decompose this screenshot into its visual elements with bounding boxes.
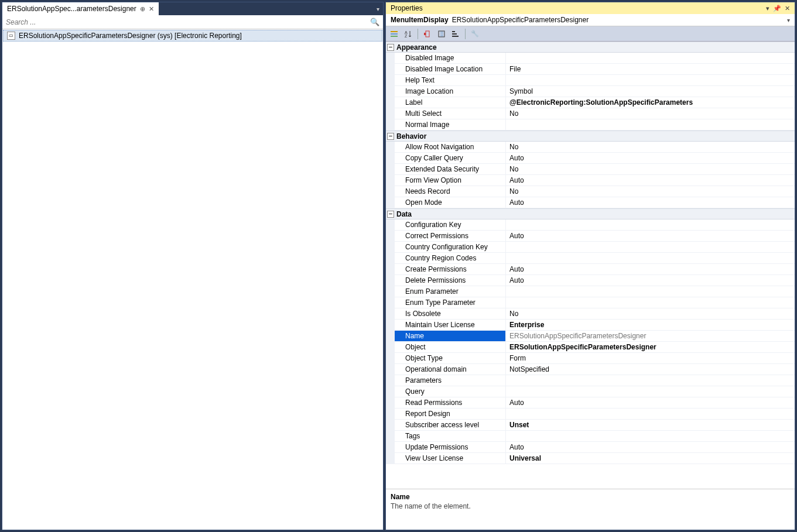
property-value[interactable] [506,297,795,308]
property-row[interactable]: Parameters [386,375,795,386]
tree-item-label: ERSolutionAppSpecificParametersDesigner … [19,32,242,40]
property-value[interactable] [506,119,795,130]
property-value[interactable]: No [506,308,795,319]
property-row[interactable]: Image LocationSymbol [386,86,795,97]
property-row[interactable]: Form View OptionAuto [386,175,795,186]
property-value[interactable] [506,409,795,419]
property-value[interactable]: Form [506,353,795,363]
property-value[interactable]: No [506,108,795,119]
property-value[interactable]: ERSolutionAppSpecificParametersDesigner [506,331,795,341]
property-value[interactable]: Symbol [506,86,795,97]
property-value[interactable]: ERSolutionAppSpecificParametersDesigner [506,342,795,352]
property-value[interactable] [506,242,795,252]
property-value[interactable] [506,253,795,263]
svg-rect-6 [424,33,426,35]
close-icon[interactable]: ✕ [785,5,790,12]
property-value[interactable]: Auto [506,397,795,408]
property-row[interactable]: Enum Type Parameter [386,297,795,308]
pin-icon[interactable]: 📌 [773,5,781,12]
property-row[interactable]: Country Region Codes [386,253,795,264]
property-pages-button[interactable] [436,28,447,40]
property-grid[interactable]: −AppearanceDisabled ImageDisabled Image … [386,42,795,489]
property-row[interactable]: NameERSolutionAppSpecificParametersDesig… [386,331,795,342]
property-label: Normal Image [386,119,506,130]
property-value[interactable]: No [506,164,795,174]
property-value[interactable]: Enterprise [506,320,795,330]
document-tab-active[interactable]: ERSolutionAppSpec...arametersDesigner ⊕ … [2,2,159,15]
object-selector[interactable]: MenuItemDisplay ERSolutionAppSpecificPar… [386,14,795,26]
property-value[interactable] [506,375,795,386]
property-row[interactable]: Correct PermissionsAuto [386,231,795,242]
property-value[interactable]: No [506,142,795,152]
alphabetical-button[interactable]: AZ [402,28,414,40]
property-row[interactable]: Maintain User LicenseEnterprise [386,320,795,331]
property-value[interactable]: File [506,64,795,74]
property-value[interactable]: Universal [506,453,795,464]
property-row[interactable]: Enum Parameter [386,286,795,297]
property-row[interactable]: Help Text [386,75,795,86]
property-row[interactable]: Disabled Image LocationFile [386,64,795,75]
property-value[interactable]: Auto [506,275,795,286]
property-row[interactable]: Multi SelectNo [386,108,795,119]
property-value[interactable]: Auto [506,175,795,186]
tab-overflow-dropdown-icon[interactable]: ▾ [373,2,383,15]
property-row[interactable]: Operational domainNotSpecified [386,364,795,375]
search-icon[interactable]: 🔍 [370,18,379,26]
property-row[interactable]: Subscriber access levelUnset [386,420,795,431]
property-row[interactable]: Create PermissionsAuto [386,264,795,275]
property-value[interactable] [506,53,795,63]
property-row[interactable]: Query [386,386,795,397]
collapse-icon[interactable]: − [387,133,394,140]
property-row[interactable]: Copy Caller QueryAuto [386,153,795,164]
property-value[interactable] [506,431,795,441]
property-row[interactable]: Country Configuration Key [386,242,795,253]
property-row[interactable]: Object TypeForm [386,353,795,364]
property-value[interactable]: No [506,186,795,197]
property-row[interactable]: Read PermissionsAuto [386,397,795,409]
property-value[interactable]: Auto [506,264,795,274]
property-label: Configuration Key [386,219,506,230]
property-value[interactable] [506,386,795,397]
property-row[interactable]: Delete PermissionsAuto [386,275,795,286]
property-value[interactable]: NotSpecified [506,364,795,375]
object-dropdown-icon[interactable]: ▾ [787,17,790,23]
tree-root-item[interactable]: ▭ ERSolutionAppSpecificParametersDesigne… [3,30,382,42]
property-row[interactable]: Update PermissionsAuto [386,442,795,453]
window-position-dropdown-icon[interactable]: ▾ [766,5,769,12]
property-row[interactable]: Label@ElectronicReporting:SolutionAppSpe… [386,97,795,108]
property-value[interactable]: @ElectronicReporting:SolutionAppSpecific… [506,97,795,108]
property-row[interactable]: Normal Image [386,119,795,131]
property-row[interactable]: Open ModeAuto [386,197,795,208]
extensions-button[interactable] [422,28,433,40]
collapse-icon[interactable]: − [387,44,394,51]
property-value[interactable] [506,286,795,297]
property-value[interactable]: Unset [506,420,795,430]
sort-button[interactable] [450,28,461,40]
collapse-icon[interactable]: − [387,211,394,218]
wrench-button[interactable]: 🔧 [469,28,481,40]
property-row[interactable]: Needs RecordNo [386,186,795,197]
property-row[interactable]: Report Design [386,409,795,420]
property-row[interactable]: ObjectERSolutionAppSpecificParametersDes… [386,342,795,353]
property-row[interactable]: View User LicenseUniversal [386,453,795,464]
property-row[interactable]: Allow Root NavigationNo [386,142,795,153]
category-header[interactable]: −Appearance [386,42,795,53]
category-header[interactable]: −Behavior [386,131,795,142]
property-value[interactable] [506,75,795,85]
property-row[interactable]: Configuration Key [386,219,795,231]
search-input[interactable] [6,18,370,26]
property-value[interactable]: Auto [506,442,795,452]
property-value[interactable]: Auto [506,231,795,241]
category-header[interactable]: −Data [386,208,795,219]
property-value[interactable] [506,219,795,230]
property-label: Update Permissions [386,442,506,452]
pin-icon[interactable]: ⊕ [140,5,145,13]
property-row[interactable]: Tags [386,431,795,442]
property-value[interactable]: Auto [506,153,795,163]
property-row[interactable]: Disabled Image [386,53,795,64]
property-row[interactable]: Extended Data SecurityNo [386,164,795,175]
property-value[interactable]: Auto [506,197,795,208]
close-icon[interactable]: ✕ [149,5,154,13]
categorized-button[interactable] [388,28,400,40]
property-row[interactable]: Is ObsoleteNo [386,308,795,320]
